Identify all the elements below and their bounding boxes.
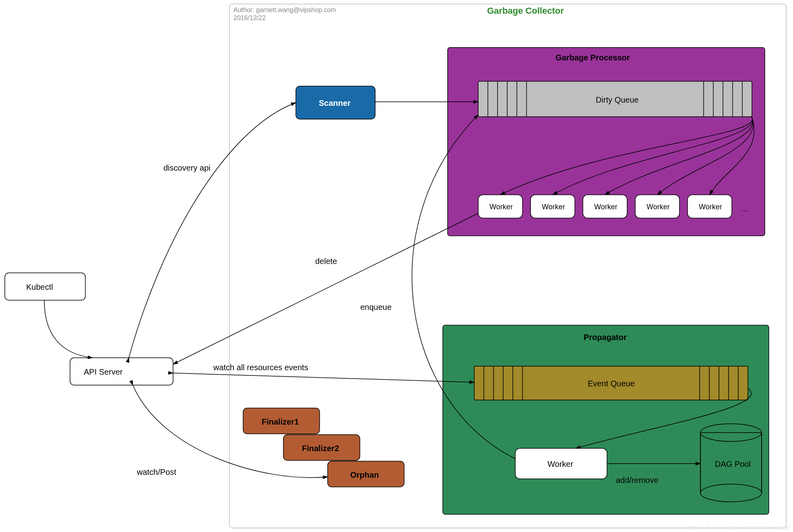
title-text: Garbage Collector bbox=[487, 6, 564, 16]
gp-worker-label: Worker bbox=[699, 203, 722, 211]
watch-post-label: watch/Post bbox=[136, 468, 176, 476]
gp-worker-label: Worker bbox=[542, 203, 565, 211]
svg-point-31 bbox=[700, 484, 762, 502]
garbage-processor-title: Garbage Processor bbox=[556, 53, 630, 62]
finalizer1-label: Finalizer1 bbox=[262, 417, 299, 426]
dirty-queue-label: Dirty Queue bbox=[596, 95, 639, 104]
diagram-canvas: Author: garnett.wang@vipshop.com 2016/12… bbox=[0, 0, 793, 532]
finalizer2-label: Finalizer2 bbox=[302, 444, 339, 453]
gp-worker-ellipsis: … bbox=[741, 204, 749, 213]
watermark-text: http://blog.csdn.net/WaltonWang bbox=[684, 524, 789, 531]
dag-pool: DAG Pool bbox=[700, 424, 762, 502]
add-remove-label: add/remove bbox=[616, 476, 659, 485]
kubectl-to-apiserver bbox=[44, 300, 93, 358]
dag-pool-label: DAG Pool bbox=[715, 460, 751, 468]
worker-to-apiserver-delete bbox=[173, 213, 478, 364]
apiserver-to-eventqueue bbox=[173, 373, 474, 382]
date-text: 2016/12/22 bbox=[233, 14, 266, 21]
event-queue: Event Queue bbox=[474, 366, 748, 400]
delete-label: delete bbox=[315, 257, 337, 266]
author-text: Author: garnett.wang@vipshop.com bbox=[233, 6, 336, 13]
apiserver-to-scanner bbox=[129, 103, 296, 358]
propagator-title: Propagator bbox=[584, 333, 627, 342]
discovery-api-label: discovery api bbox=[163, 163, 211, 172]
event-queue-label: Event Queue bbox=[588, 379, 635, 388]
dirty-queue: Dirty Queue bbox=[478, 81, 752, 117]
gp-worker-label: Worker bbox=[489, 203, 513, 211]
enqueue-label: enqueue bbox=[360, 303, 392, 311]
gp-worker-label: Worker bbox=[646, 203, 670, 211]
gp-worker-label: Worker bbox=[594, 203, 617, 211]
scanner-label: Scanner bbox=[319, 99, 351, 107]
orphan-label: Orphan bbox=[350, 470, 379, 479]
gp-workers: Worker Worker Worker Worker Worker … bbox=[478, 195, 749, 218]
kubectl-label: Kubectl bbox=[26, 282, 53, 291]
api-server-label: API Server bbox=[84, 367, 123, 376]
propagator-worker-label: Worker bbox=[547, 460, 573, 468]
watch-all-label: watch all resources events bbox=[213, 363, 308, 372]
